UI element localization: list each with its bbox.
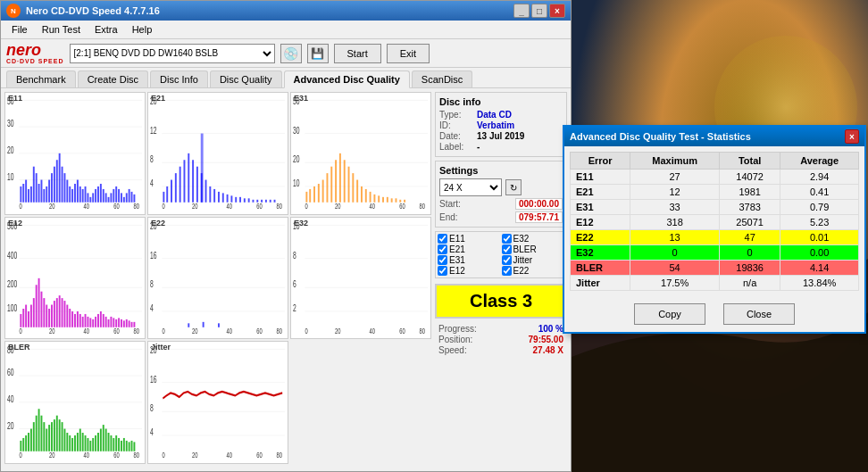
svg-rect-23 (38, 184, 40, 203)
menu-run-test[interactable]: Run Test (35, 22, 88, 37)
table-row-bler: BLER 54 19836 4.14 (571, 261, 859, 276)
svg-rect-264 (69, 435, 71, 451)
tab-benchmark[interactable]: Benchmark (6, 70, 76, 87)
svg-rect-277 (103, 425, 104, 451)
speed-select[interactable]: 24 X (439, 178, 502, 196)
svg-rect-263 (66, 433, 68, 451)
svg-text:4: 4 (150, 427, 154, 438)
svg-rect-130 (361, 186, 363, 203)
copy-button[interactable]: Copy (634, 303, 705, 325)
svg-rect-278 (105, 429, 107, 451)
stats-close-button[interactable]: × (845, 129, 859, 144)
cb-bler-input[interactable] (502, 244, 512, 254)
svg-rect-172 (63, 301, 65, 327)
svg-rect-290 (149, 343, 287, 462)
main-content: E11 50 30 20 10 0 20 40 (1, 88, 571, 468)
toolbar-icon-2[interactable]: 💾 (307, 44, 329, 63)
svg-rect-269 (82, 433, 84, 451)
cb-bler-label: BLER (513, 244, 537, 254)
cell-jitter-avg: 13.84% (780, 276, 859, 291)
menu-help[interactable]: Help (125, 22, 160, 37)
disc-type-row: Type: Data CD (439, 110, 563, 120)
chart-bler: BLER 80 60 40 20 0 20 40 60 80 (4, 341, 146, 464)
svg-rect-259 (56, 416, 58, 451)
tab-disc-quality[interactable]: Disc Quality (210, 70, 282, 87)
position-row: Position: 79:55.00 (438, 335, 563, 344)
disc-id-label: ID: (439, 120, 473, 130)
refresh-icon[interactable]: ↻ (505, 179, 522, 195)
svg-rect-193 (118, 318, 120, 327)
svg-text:40: 40 (7, 394, 14, 405)
end-time-row: End: 079:57.71 (439, 211, 563, 223)
svg-text:40: 40 (84, 327, 89, 336)
chart-e31: E31 50 30 20 10 0 20 40 60 80 (290, 92, 431, 215)
svg-rect-164 (43, 298, 45, 327)
maximize-button[interactable]: □ (531, 4, 547, 18)
svg-rect-197 (129, 320, 130, 327)
svg-text:16: 16 (150, 250, 157, 261)
svg-rect-254 (43, 422, 45, 451)
menu-file[interactable]: File (4, 22, 35, 37)
cb-e22-input[interactable] (502, 266, 512, 276)
tab-disc-info[interactable]: Disc Info (150, 70, 208, 87)
svg-rect-54 (118, 189, 120, 203)
cell-e31-avg: 0.79 (780, 200, 859, 215)
svg-text:16: 16 (150, 374, 157, 385)
stats-close-btn[interactable]: Close (723, 303, 795, 325)
svg-rect-245 (20, 441, 21, 451)
tab-scandisc[interactable]: ScanDisc (412, 70, 472, 87)
svg-rect-117 (305, 192, 307, 203)
close-button[interactable]: × (549, 4, 565, 18)
svg-rect-52 (113, 189, 114, 203)
tab-advanced-disc-quality[interactable]: Advanced Disc Quality (284, 70, 410, 88)
svg-rect-186 (100, 311, 102, 327)
cb-e21-input[interactable] (438, 244, 447, 254)
cb-e12-input[interactable] (438, 266, 447, 276)
svg-rect-249 (30, 429, 32, 451)
table-row-jitter: Jitter 17.5% n/a 13.84% (571, 276, 859, 291)
disc-date-row: Date: 13 Jul 2019 (439, 131, 563, 141)
svg-text:8: 8 (150, 403, 154, 414)
progress-value: 100 % (538, 324, 563, 334)
svg-rect-53 (115, 186, 117, 203)
svg-text:0: 0 (162, 327, 164, 336)
svg-text:60: 60 (113, 451, 119, 460)
chart-jitter: Jitter 20 16 8 4 0 20 40 60 80 (147, 341, 288, 464)
svg-rect-192 (115, 319, 117, 327)
svg-rect-56 (123, 197, 125, 203)
disc-label-value: - (477, 142, 480, 152)
svg-rect-102 (201, 134, 204, 203)
cell-e22-max: 13 (630, 230, 720, 245)
speed-label-prog: Speed: (438, 345, 467, 355)
svg-rect-170 (59, 295, 61, 327)
col-error: Error (571, 153, 630, 170)
speed-row-prog: Speed: 27.48 X (438, 345, 563, 355)
cb-e32-input[interactable] (502, 234, 512, 244)
cb-e11-input[interactable] (438, 234, 447, 244)
exit-button[interactable]: Exit (387, 44, 430, 63)
svg-rect-92 (235, 197, 237, 203)
drive-select[interactable]: [2:1] BENQ DVD DD DW1640 BSLB (70, 44, 275, 63)
menu-extra[interactable]: Extra (88, 22, 125, 37)
minimize-button[interactable]: _ (513, 4, 530, 18)
cb-e22: E22 (502, 266, 565, 276)
start-button[interactable]: Start (334, 44, 381, 63)
toolbar-icon-1[interactable]: 💿 (280, 44, 302, 63)
chart-e31-label: E31 (294, 94, 308, 103)
svg-rect-136 (387, 197, 388, 203)
chart-e11-label: E11 (8, 94, 22, 103)
chart-e21: E21 20 12 8 4 0 20 40 60 80 (147, 92, 288, 215)
cell-e22-total: 47 (720, 230, 780, 245)
cb-e31-input[interactable] (438, 255, 447, 265)
cb-jitter-input[interactable] (502, 255, 512, 265)
svg-rect-198 (131, 322, 133, 327)
tab-create-disc[interactable]: Create Disc (78, 70, 148, 87)
svg-text:10: 10 (293, 178, 300, 188)
svg-text:4: 4 (150, 178, 154, 188)
svg-text:20: 20 (335, 202, 340, 211)
svg-rect-46 (97, 186, 99, 203)
svg-rect-177 (77, 311, 79, 327)
svg-text:20: 20 (49, 327, 54, 336)
svg-rect-101 (274, 200, 276, 203)
svg-text:20: 20 (49, 451, 54, 460)
